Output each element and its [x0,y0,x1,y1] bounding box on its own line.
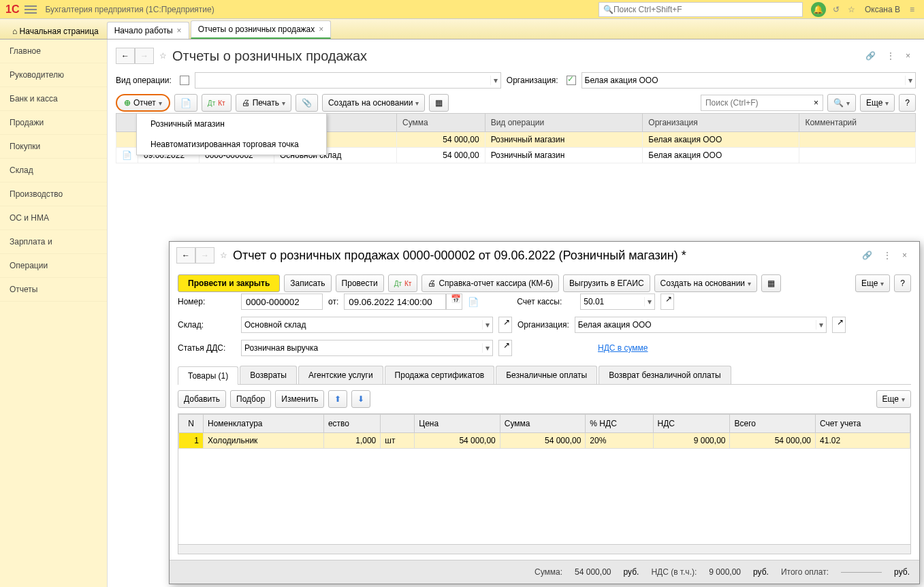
dds-dropdown[interactable]: Розничная выручка ▾ [241,340,493,356]
tab-noncash-return[interactable]: Возврат безналичной оплаты [599,366,731,384]
item-row[interactable]: 1 Холодильник 1,000 шт 54 000,00 54 000,… [179,433,910,449]
post-button[interactable]: Провести [336,274,384,292]
date-input[interactable] [344,294,446,310]
open-icon[interactable]: ↗ [832,317,846,333]
more-button[interactable]: Еще▾ [860,94,895,112]
tab-retail-reports[interactable]: Отчеты о розничных продажах × [191,20,332,39]
open-icon[interactable]: ↗ [498,317,512,333]
forward-button[interactable]: → [195,247,214,264]
logo-1c: 1С [5,3,19,16]
post-close-button[interactable]: Провести и закрыть [178,274,280,292]
move-down-button[interactable]: ⬇ [351,390,370,408]
back-button[interactable]: ← [176,247,195,264]
star-icon[interactable]: ☆ [848,5,855,14]
horizontal-scrollbar[interactable] [178,544,910,554]
tab-certs[interactable]: Продажа сертификатов [385,366,495,384]
sidebar-item[interactable]: Главное [0,39,107,63]
open-icon[interactable]: ↗ [498,340,512,356]
tab-start[interactable]: Начало работы × [107,22,189,39]
close-icon[interactable]: × [177,26,182,35]
sidebar-item[interactable]: Производство [0,183,107,206]
doc-status-icon[interactable]: 📄 [468,297,479,307]
menu-icon[interactable]: ≡ [910,5,914,14]
bell-icon[interactable]: 🔔 [811,2,826,17]
hamburger-icon[interactable] [25,3,37,16]
open-icon[interactable]: ↗ [660,294,674,310]
kebab-icon[interactable]: ⋮ [883,251,891,260]
write-button[interactable]: Записать [284,274,331,292]
favorite-star-icon[interactable]: ☆ [220,251,227,260]
popup-title: Отчет о розничных продажах 0000-000002 о… [233,249,857,263]
move-up-button[interactable]: ⬆ [328,390,347,408]
close-icon[interactable]: × [902,251,907,260]
egais-button[interactable]: Выгрузить в ЕГАИС [563,274,650,292]
number-input[interactable] [241,294,323,310]
sidebar-item[interactable]: ОС и НМА [0,206,107,230]
copy-button[interactable]: 📄 [174,94,197,112]
global-search-input[interactable] [614,5,798,14]
clear-icon[interactable]: × [814,98,818,108]
create-based-button[interactable]: Создать на основании ▾ [322,94,426,112]
menu-manual-pos[interactable]: Неавтоматизированная торговая точка [137,134,326,155]
edit-button[interactable]: Изменить [275,390,324,408]
calendar-icon[interactable]: 📅 [446,294,462,310]
add-button[interactable]: Добавить [178,390,226,408]
col-comment: Комментарий [799,114,916,132]
vid-op-checkbox[interactable] [180,76,189,85]
tab-returns[interactable]: Возвраты [240,366,297,384]
favorite-star-icon[interactable]: ☆ [159,51,167,61]
sidebar-item[interactable]: Руководителю [0,63,107,87]
col-org: Организация [643,114,799,132]
link-icon[interactable]: 🔗 [865,51,876,61]
list-search-input[interactable] [705,98,814,108]
org-checkbox[interactable] [567,76,576,85]
sidebar-item[interactable]: Склад [0,159,107,183]
dtct-button[interactable]: ДтКт [202,94,232,112]
pick-button[interactable]: Подбор [230,390,271,408]
sklad-dropdown[interactable]: Основной склад ▾ [241,317,493,333]
more-button[interactable]: Еще ▾ [876,390,911,408]
create-based-button[interactable]: Создать на основании ▾ [654,274,758,292]
sidebar: Главное Руководителю Банк и касса Продаж… [0,39,108,587]
report-button[interactable]: ⊕ Отчет ▾ [116,94,170,112]
close-icon[interactable]: × [906,51,910,61]
tab-noncash[interactable]: Безналичные оплаты [496,366,597,384]
more-button[interactable]: Еще ▾ [855,274,890,292]
vid-op-dropdown[interactable]: ▾ [195,72,501,89]
close-icon[interactable]: × [319,25,323,34]
org-dropdown[interactable]: Белая акация ООО ▾ [582,72,916,89]
kebab-icon[interactable]: ⋮ [887,51,895,61]
help-button[interactable]: ? [899,94,916,112]
sidebar-item[interactable]: Отчеты [0,278,107,302]
menu-retail-store[interactable]: Розничный магазин [137,114,326,134]
sidebar-item[interactable]: Операции [0,254,107,278]
user-name[interactable]: Оксана В [865,5,900,14]
sidebar-item[interactable]: Покупки [0,135,107,159]
sidebar-item[interactable]: Банк и касса [0,87,107,111]
tab-goods[interactable]: Товары (1) [178,366,238,385]
sidebar-item[interactable]: Продажи [0,111,107,135]
home-tab[interactable]: ⌂ Начальная страница [4,24,107,39]
dtct-button[interactable]: ДтКт [388,274,418,292]
forward-button[interactable]: → [135,48,154,64]
structure-button[interactable]: ▦ [429,94,449,112]
tab-agent[interactable]: Агентские услуги [298,366,383,384]
back-button[interactable]: ← [116,48,135,64]
account-dropdown[interactable]: 50.01 ▾ [580,294,655,310]
global-search[interactable]: 🔍 [599,2,803,17]
print-button[interactable]: 🖨 Печать ▾ [236,94,291,112]
list-search[interactable]: × [701,95,823,111]
nds-link[interactable]: НДС в сумме [598,343,648,353]
app-header: 1С Бухгалтерия предприятия (1С:Предприят… [0,0,924,19]
history-icon[interactable]: ↺ [833,5,840,14]
find-button[interactable]: 🔍▾ [827,94,856,112]
org-dropdown[interactable]: Белая акация ООО ▾ [575,317,827,333]
chevron-down-icon: ▾ [846,99,850,107]
sum-value: 54 000,00 [575,567,611,577]
km6-button[interactable]: 🖨 Справка-отчет кассира (КМ-6) [421,274,559,292]
structure-button[interactable]: ▦ [761,274,781,292]
sidebar-item[interactable]: Зарплата и [0,230,107,254]
attach-button[interactable]: 📎 [296,94,318,112]
help-button[interactable]: ? [894,274,911,292]
link-icon[interactable]: 🔗 [862,251,872,260]
